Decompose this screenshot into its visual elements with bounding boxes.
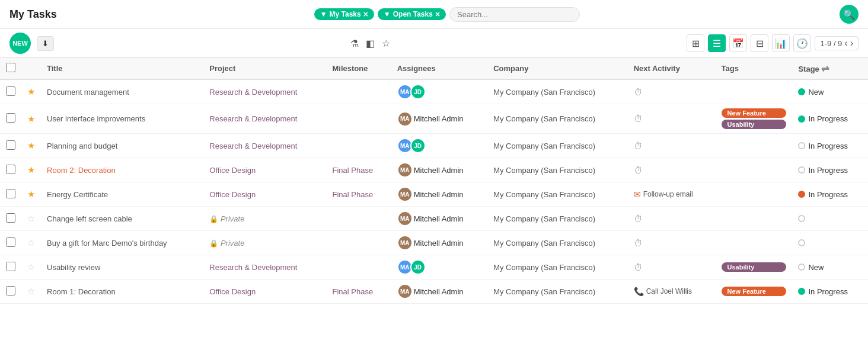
row-checkbox[interactable] [6, 237, 15, 247]
row-checkbox[interactable] [6, 113, 15, 123]
project-link[interactable]: Research & Development [209, 263, 297, 272]
assignees-cell: MAJD [397, 138, 481, 153]
filter-close-2[interactable]: × [435, 10, 440, 18]
row-checkbox[interactable] [6, 140, 15, 150]
star-icon[interactable]: ★ [27, 114, 35, 124]
task-title[interactable]: Planning and budget [47, 142, 117, 150]
layers-icon[interactable]: ◧ [366, 38, 375, 49]
row-checkbox[interactable] [6, 189, 15, 198]
project-link[interactable]: Office Design [209, 166, 256, 175]
stage-dot [798, 264, 805, 271]
row-checkbox[interactable] [6, 286, 15, 295]
clock-view-btn[interactable]: 🕐 [793, 34, 811, 52]
col-stage: Stage ⇌ [792, 58, 868, 79]
search-button[interactable]: 🔍 [840, 5, 859, 24]
company-label: My Company (San Francisco) [493, 190, 595, 199]
project-link[interactable]: Research & Development [209, 88, 297, 97]
row-checkbox[interactable] [6, 86, 15, 96]
assignees-cell: MAMitchell Admin [397, 187, 481, 202]
avatar: MA [397, 235, 413, 250]
project-cell: 🔒 Private [209, 214, 244, 223]
stage-cell: New [798, 88, 862, 97]
project-link[interactable]: Office Design [209, 287, 256, 296]
stage-cell: In Progress [798, 190, 862, 199]
grid-view-btn[interactable]: ⊟ [751, 34, 768, 52]
filter-open-tasks[interactable]: ▼ Open Tasks × [378, 8, 446, 20]
stage-cell: In Progress [798, 114, 862, 123]
toolbar: NEW ⬇ ⚗ ◧ ☆ ⊞ ☰ 📅 ⊟ 📊 🕐 1-9 / 9 ‹ › [0, 29, 868, 58]
activity-text: Follow-up email [643, 190, 693, 198]
star-icon[interactable]: ★ [27, 165, 35, 175]
star-icon[interactable]: ★ [27, 189, 35, 199]
stage-cell [798, 239, 862, 246]
calendar-view-btn[interactable]: 📅 [729, 34, 747, 52]
next-activity-cell: ✉Follow-up email [634, 189, 710, 199]
task-title[interactable]: User interface improvements [47, 114, 145, 123]
task-title[interactable]: Buy a gift for Marc Demo's birthday [47, 239, 167, 248]
stage-label: In Progress [808, 142, 847, 150]
row-checkbox[interactable] [6, 165, 15, 174]
download-button[interactable]: ⬇ [37, 36, 54, 51]
new-button[interactable]: NEW [9, 33, 31, 54]
company-label: My Company (San Francisco) [493, 142, 595, 150]
task-title[interactable]: Usability review [47, 263, 100, 272]
table-row: ☆Usability reviewResearch & DevelopmentM… [0, 255, 868, 280]
chart-view-btn[interactable]: 📊 [772, 34, 790, 52]
row-checkbox[interactable] [6, 213, 15, 223]
list-view-btn[interactable]: ☰ [708, 34, 726, 52]
project-link[interactable]: Research & Development [209, 142, 297, 150]
col-milestone: Milestone [326, 58, 391, 79]
task-title[interactable]: Room 2: Decoration [47, 166, 116, 175]
row-checkbox[interactable] [6, 262, 15, 271]
stage-dot [798, 215, 805, 222]
private-label: Private [221, 239, 244, 248]
stage-adjust-icon[interactable]: ⇌ [821, 63, 829, 73]
search-input[interactable] [457, 10, 552, 19]
stage-dot [798, 191, 805, 198]
download-icon: ⬇ [42, 39, 49, 48]
star-icon[interactable]: ★ [27, 140, 35, 150]
select-all-checkbox[interactable] [6, 63, 15, 72]
filter-my-tasks[interactable]: ▼ My Tasks × [314, 8, 374, 20]
task-title[interactable]: Energy Certificate [47, 190, 108, 199]
kanban-view-btn[interactable]: ⊞ [687, 34, 704, 52]
star-icon[interactable]: ☆ [27, 213, 35, 223]
star-toolbar-icon[interactable]: ☆ [382, 38, 390, 49]
avatar: MA [397, 284, 413, 299]
filter-toolbar-icon[interactable]: ⚗ [350, 38, 359, 49]
company-label: My Company (San Francisco) [493, 263, 595, 272]
title-cell: Change left screen cable [47, 214, 197, 223]
tag: Usability [722, 120, 787, 129]
stage-cell: In Progress [798, 166, 862, 175]
assignees-cell: MAMitchell Admin [397, 211, 481, 226]
clock-icon: ⏱ [634, 87, 643, 97]
star-icon[interactable]: ☆ [27, 286, 35, 296]
task-title[interactable]: Room 1: Decoration [47, 287, 116, 296]
filter-close-1[interactable]: × [363, 10, 368, 18]
tags-cell: New FeatureUsability [722, 108, 787, 129]
project-link[interactable]: Research & Development [209, 114, 297, 123]
clock-icon: ⏱ [634, 114, 643, 124]
stage-label: In Progress [808, 166, 847, 175]
prev-page-btn[interactable]: ‹ [844, 38, 847, 49]
assignee-name: Mitchell Admin [414, 239, 464, 248]
tags-cell: Usability [722, 262, 787, 272]
clock-icon: ⏱ [634, 262, 643, 272]
task-title[interactable]: Change left screen cable [47, 214, 132, 223]
stage-cell [798, 215, 862, 222]
filter-label-2: Open Tasks [393, 10, 433, 18]
search-box [449, 7, 580, 22]
project-link[interactable]: Office Design [209, 190, 256, 199]
assignees-cell: MAJD [397, 259, 481, 275]
tags-cell: New Feature [722, 287, 787, 296]
title-cell: Document management [47, 88, 197, 97]
filter-label-1: My Tasks [330, 10, 361, 18]
next-page-btn[interactable]: › [850, 38, 853, 49]
star-icon[interactable]: ★ [27, 86, 35, 97]
stage-cell: In Progress [798, 142, 862, 150]
title-cell: Room 1: Decoration [47, 287, 197, 296]
star-icon[interactable]: ☆ [27, 237, 35, 248]
task-title[interactable]: Document management [47, 88, 129, 97]
company-label: My Company (San Francisco) [493, 287, 595, 296]
star-icon[interactable]: ☆ [27, 262, 35, 272]
